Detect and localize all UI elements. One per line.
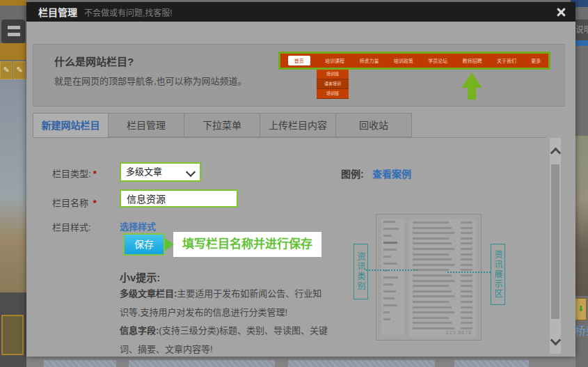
note-tab: 说明 (573, 19, 588, 40)
preview-nav-item: 培训课程 (325, 57, 344, 64)
wireframe-date-line (461, 227, 472, 229)
preview-nav-item: 培训政策 (394, 57, 413, 64)
wireframe-title-line (413, 227, 452, 229)
background-widget (1, 315, 24, 355)
wireframe-title-line (413, 295, 454, 297)
preview-dropdown-item: 语言培训 (317, 79, 349, 89)
wireframe-title-line (413, 232, 454, 234)
choose-style-link[interactable]: 选择样式 (120, 219, 156, 233)
preview-dropdown-item: 培训班 (317, 70, 349, 79)
tab-dropdown-menu[interactable]: 下拉菜单 (184, 113, 260, 137)
wireframe-text-line (383, 242, 397, 244)
wireframe-title-line (413, 301, 449, 303)
wireframe-title-line (413, 248, 454, 250)
preview-nav-item: 师资力量 (359, 57, 379, 64)
tips-item-2-title: 信息字段: (120, 325, 159, 336)
wireframe-date-line (461, 311, 472, 313)
background-footer-block (288, 360, 435, 367)
wireframe-list-row (409, 232, 476, 234)
preview-nav-item: 学员论坛 (428, 57, 447, 64)
scroll-down-icon[interactable] (550, 335, 562, 346)
wireframe-date-line (461, 327, 472, 329)
wireframe-list-row (409, 311, 476, 313)
wireframe-text-line (383, 290, 396, 292)
wireframe-category-lines (381, 219, 404, 335)
layout-example-image: 123.8678 (376, 214, 482, 341)
wireframe-date-line (461, 269, 472, 271)
wireframe-list-row (409, 237, 476, 240)
edit-pencil-icon: ✎ (13, 61, 26, 79)
dialog-subtitle: 不会做或有问题,找客服! (84, 6, 173, 18)
tab-upload-content[interactable]: 上传栏目内容 (260, 113, 336, 137)
dotted-connector (447, 272, 491, 273)
wireframe-title-line (413, 317, 449, 319)
column-type-select[interactable]: 多级文章 (120, 162, 201, 182)
wireframe-title-line (413, 285, 449, 287)
wireframe-list-row (409, 327, 476, 329)
tab-new-column[interactable]: 新建网站栏目 (33, 113, 109, 137)
wireframe-date-line (461, 248, 472, 250)
wireframe-text-line (383, 311, 390, 313)
wireframe-title-line (413, 221, 449, 224)
wireframe-list-row (409, 322, 476, 324)
tips-body: 多级文章栏目:主要适用于发布如新闻公告、行业知识等,支持用户对发布的信息进行分类… (120, 285, 330, 359)
tab-column-management[interactable]: 栏目管理 (109, 113, 184, 137)
dialog-title: 栏目管理 (38, 5, 77, 19)
navbar-preview-image: 首页 培训课程 师资力量 培训政策 学员论坛 教师招聘 关于我们 更多 (278, 52, 550, 70)
wireframe-text-line (383, 276, 398, 279)
wireframe-list-row (409, 295, 476, 297)
tips-heading: 小v提示: (120, 270, 160, 284)
wireframe-text-line (383, 304, 397, 306)
wireframe-list-row (409, 285, 476, 287)
wireframe-text-line (383, 221, 395, 223)
tips-item-1-title: 多级文章栏目: (120, 288, 177, 299)
tab-recycle-bin[interactable]: 回收站 (336, 113, 412, 137)
wireframe-text-line (383, 283, 393, 286)
column-type-label: 栏目类型:* (52, 166, 97, 180)
tab-panel-border (33, 137, 546, 138)
preview-dropdown: 培训班 语言培训 培训班 (317, 70, 349, 99)
wireframe-list-row (409, 274, 476, 276)
wireframe-date-line (461, 274, 472, 276)
menu-bar (8, 33, 20, 36)
preview-nav-item: 关于我们 (497, 57, 516, 64)
column-name-input[interactable] (120, 189, 238, 208)
tips-item-2: 信息字段:(支持三级分类)标题、类别、导读图、关键词、摘要、文章内容等! (120, 322, 330, 359)
save-button[interactable]: 保存 (123, 233, 165, 256)
view-example-link[interactable]: 查看案例 (372, 166, 411, 180)
wireframe-list-row (409, 253, 476, 256)
wireframe-date-line (461, 242, 472, 244)
wireframe-date-line (461, 280, 472, 282)
download-arrow-icon: ⬇ (575, 298, 587, 320)
menu-icon (1, 19, 25, 43)
scroll-up-icon[interactable] (550, 148, 562, 159)
wireframe-date-line (461, 264, 472, 266)
tips-item-1: 多级文章栏目:主要适用于发布如新闻公告、行业知识等,支持用户对发布的信息进行分类… (120, 285, 330, 322)
dialog-scrollbar[interactable] (550, 138, 561, 354)
wireframe-title-line (413, 237, 449, 240)
wireframe-text-line (383, 318, 390, 320)
column-style-label: 栏目样式: (52, 220, 91, 233)
wireframe-date-line (461, 285, 472, 287)
wireframe-text-line (383, 256, 391, 258)
dialog-header: 栏目管理 不会做或有问题,找客服! (26, 2, 575, 22)
display-area-tag: 资讯展示区 (491, 244, 505, 305)
background-footer-block (454, 360, 529, 367)
menu-bar (8, 26, 20, 29)
wireframe-list-row (409, 290, 476, 292)
green-up-arrow-icon (461, 72, 482, 88)
column-type-label-text: 栏目类型: (52, 169, 91, 179)
wireframe-title-line (413, 306, 452, 309)
wireframe-list-row (409, 258, 476, 260)
wireframe-pagination: 123.8678 (446, 330, 472, 335)
guide-tooltip: 填写栏目名称并进行保存 (173, 232, 321, 257)
wireframe-list-row (409, 248, 476, 250)
close-icon[interactable] (555, 6, 567, 18)
wireframe-list-row (409, 242, 476, 244)
wireframe-text-line (383, 235, 392, 237)
wireframe-title-line (413, 258, 452, 260)
wireframe-list-row (409, 269, 476, 271)
preview-nav-item: 首页 (288, 56, 310, 65)
scrollbar-thumb[interactable] (551, 164, 559, 319)
wireframe-title-line (413, 311, 454, 313)
